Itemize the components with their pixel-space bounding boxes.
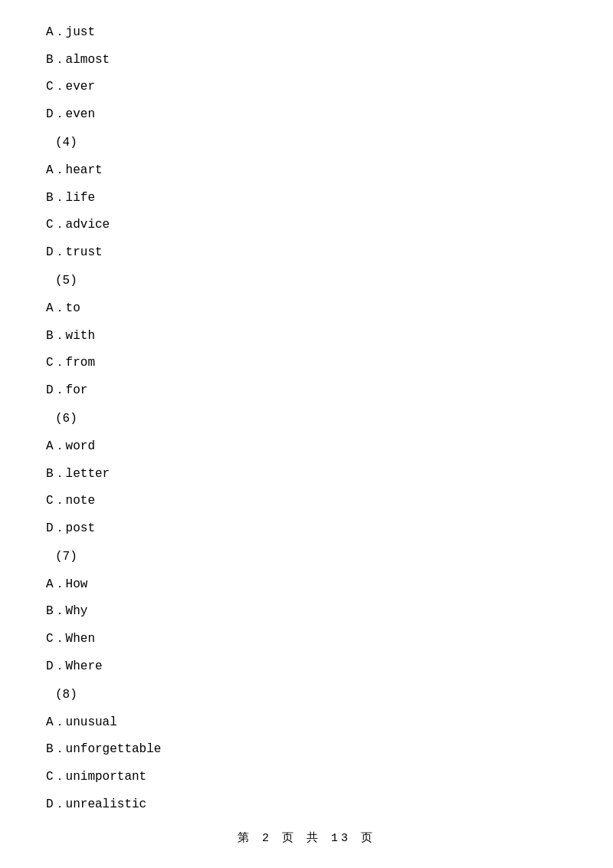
option-item: C．unimportant: [46, 768, 567, 787]
option-item: D．trust: [46, 243, 567, 263]
option-item: A．heart: [46, 161, 567, 181]
option-item: A．word: [46, 437, 567, 457]
section-number-1: (4): [46, 133, 567, 153]
section-number-4: (7): [46, 547, 567, 567]
option-item: B．with: [46, 327, 567, 347]
option-item: A．How: [46, 575, 567, 595]
option-item: A．to: [46, 299, 567, 319]
page-number: 第 2 页 共 13 页: [238, 832, 375, 845]
option-item: C．advice: [46, 215, 567, 235]
option-item: D．for: [46, 381, 567, 401]
page-footer: 第 2 页 共 13 页: [0, 830, 613, 845]
option-item: B．almost: [46, 51, 567, 71]
option-item: B．unforgettable: [46, 740, 567, 760]
option-item: B．letter: [46, 465, 567, 485]
section-number-2: (5): [46, 271, 567, 291]
option-item: D．even: [46, 105, 567, 125]
option-item: B．Why: [46, 602, 567, 622]
option-item: D．Where: [46, 657, 567, 677]
option-item: A．just: [46, 23, 567, 43]
option-item: C．note: [46, 492, 567, 511]
option-item: B．life: [46, 189, 567, 209]
option-item: C．from: [46, 353, 567, 373]
option-item: D．post: [46, 519, 567, 539]
option-item: C．When: [46, 630, 567, 649]
option-item: D．unrealistic: [46, 795, 567, 815]
section-number-3: (6): [46, 409, 567, 429]
main-content: A．justB．almostC．everD．even(4)A．heartB．li…: [0, 0, 613, 868]
option-item: A．unusual: [46, 713, 567, 733]
section-number-5: (8): [46, 686, 567, 705]
option-item: C．ever: [46, 77, 567, 97]
